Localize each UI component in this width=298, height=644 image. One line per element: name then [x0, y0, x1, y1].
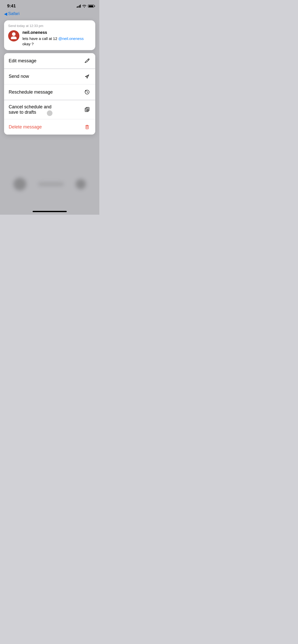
send-now-label: Send now: [9, 74, 29, 79]
reschedule-icon: [84, 89, 91, 96]
avatar-icon: [10, 32, 17, 39]
reschedule-item[interactable]: Reschedule message: [4, 84, 95, 100]
edit-message-label: Edit message: [9, 58, 36, 64]
delete-message-item[interactable]: Delete message: [4, 119, 95, 135]
save-drafts-item[interactable]: Cancel schedule andsave to drafts: [4, 100, 95, 119]
message-header: neil.oneness lets have a call at 12 @nei…: [8, 30, 91, 47]
main-content: Send today at 12:33 pm neil.oneness lets…: [0, 18, 99, 215]
action-menu: Edit message Send now Reschedule mes: [4, 53, 95, 135]
wifi-icon: [82, 5, 86, 8]
svg-rect-3: [86, 126, 88, 129]
mention: @neil.oneness: [58, 36, 84, 41]
reschedule-label: Reschedule message: [9, 90, 53, 95]
svg-rect-2: [86, 107, 89, 111]
save-drafts-label: Cancel schedule andsave to drafts: [9, 104, 51, 115]
sender-name: neil.oneness: [22, 30, 91, 35]
status-icons: [77, 5, 94, 8]
save-drafts-icon: [84, 106, 91, 113]
send-now-item[interactable]: Send now: [4, 69, 95, 84]
status-time: 9:41: [7, 4, 16, 9]
pressed-indicator: [47, 110, 52, 116]
send-icon: [84, 73, 91, 80]
delete-icon: [84, 123, 91, 130]
message-preview-card: Send today at 12:33 pm neil.oneness lets…: [4, 20, 95, 50]
avatar: [8, 30, 19, 41]
battery-icon: [88, 5, 94, 8]
edit-icon: [84, 57, 91, 64]
home-indicator: [33, 211, 67, 212]
message-info: neil.oneness lets have a call at 12 @nei…: [22, 30, 91, 47]
svg-rect-1: [85, 108, 88, 112]
status-bar: 9:41: [0, 0, 99, 10]
send-time: Send today at 12:33 pm: [8, 24, 91, 28]
edit-message-item[interactable]: Edit message: [4, 53, 95, 69]
signal-bars-icon: [77, 5, 81, 8]
message-body: lets have a call at 12 @neil.oneness oka…: [22, 36, 91, 47]
delete-label: Delete message: [9, 124, 42, 130]
